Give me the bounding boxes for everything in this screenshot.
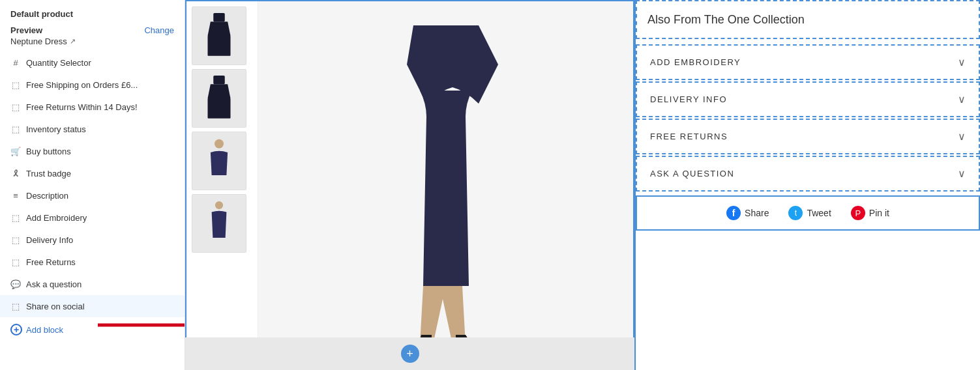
chat-icon: 💬 bbox=[10, 279, 21, 289]
svg-rect-2 bbox=[213, 13, 225, 21]
svg-rect-4 bbox=[213, 76, 225, 84]
accordion-free-returns[interactable]: FREE RETURNS ∨ bbox=[636, 119, 980, 154]
add-section-button[interactable]: + bbox=[401, 345, 419, 363]
also-from-title: Also From The One Collection bbox=[647, 13, 805, 27]
svg-rect-3 bbox=[208, 36, 231, 56]
accordion-ask-question-label: ASK A QUESTION bbox=[650, 169, 734, 178]
sidebar-item-quantity-selector[interactable]: # Quantity Selector bbox=[0, 51, 185, 74]
accordion-delivery-info[interactable]: DELIVERY INFO ∨ bbox=[636, 81, 980, 117]
svg-rect-5 bbox=[208, 98, 231, 119]
share-dashed-icon: ⬚ bbox=[10, 301, 21, 311]
share-button[interactable]: f Share bbox=[726, 206, 769, 220]
grid-icon: # bbox=[10, 57, 21, 68]
sidebar-item-free-returns[interactable]: ⬚ Free Returns Within 14 Days! bbox=[0, 96, 185, 118]
sidebar-item-inventory-status[interactable]: ⬚ Inventory status bbox=[0, 118, 185, 140]
dress-svg bbox=[322, 25, 570, 345]
sidebar-item-free-returns2[interactable]: ⬚ Free Returns bbox=[0, 251, 185, 273]
sidebar-item-add-embroidery[interactable]: ⬚ Add Embroidery bbox=[0, 206, 185, 229]
sidebar-header: Default product bbox=[0, 0, 185, 21]
pin-label: Pin it bbox=[869, 208, 889, 218]
sidebar-title: Default product bbox=[10, 9, 174, 19]
pinterest-icon: P bbox=[851, 206, 865, 220]
twitter-icon: t bbox=[788, 206, 803, 220]
share-label: Share bbox=[745, 208, 769, 218]
tweet-label: Tweet bbox=[807, 208, 831, 218]
dashed-box-icon2: ⬚ bbox=[10, 102, 21, 112]
external-link-icon[interactable]: ↗ bbox=[70, 37, 76, 46]
ribbon-icon: 🎗 bbox=[10, 168, 21, 178]
facebook-icon: f bbox=[726, 206, 741, 220]
chevron-down-icon-2: ∨ bbox=[958, 93, 966, 106]
bottom-bar: + bbox=[185, 337, 634, 370]
dashed-box-icon6: ⬚ bbox=[10, 257, 21, 267]
dashed-box-icon3: ⬚ bbox=[10, 124, 21, 134]
add-block-icon: + bbox=[10, 324, 22, 335]
main-content: + bbox=[185, 0, 634, 370]
red-arrow-right bbox=[634, 197, 637, 229]
preview-label: Preview bbox=[10, 25, 42, 35]
sidebar: Default product Preview Change Neptune D… bbox=[0, 0, 185, 370]
add-block-row[interactable]: + Add block bbox=[0, 317, 185, 342]
sidebar-preview-row: Preview Change bbox=[0, 21, 185, 36]
chevron-down-icon-3: ∨ bbox=[958, 130, 966, 143]
dashed-box-icon5: ⬚ bbox=[10, 235, 21, 245]
thumbnail-1[interactable] bbox=[192, 7, 246, 65]
social-share-bar[interactable]: f Share t Tweet P Pin it bbox=[636, 195, 980, 231]
chevron-down-icon-1: ∨ bbox=[958, 56, 966, 68]
svg-point-7 bbox=[215, 201, 223, 209]
pin-button[interactable]: P Pin it bbox=[851, 206, 889, 220]
accordion-free-returns-label: FREE RETURNS bbox=[650, 132, 728, 141]
accordion-delivery-info-label: DELIVERY INFO bbox=[650, 94, 727, 104]
sidebar-item-share-on-social[interactable]: ⬚ Share on social bbox=[0, 295, 185, 317]
chevron-down-icon-4: ∨ bbox=[958, 167, 966, 180]
dashed-box-icon4: ⬚ bbox=[10, 212, 21, 223]
thumbnail-3[interactable] bbox=[192, 132, 246, 190]
thumbnail-2[interactable] bbox=[192, 69, 246, 128]
add-block-label: Add block bbox=[26, 325, 63, 335]
product-preview bbox=[185, 0, 634, 370]
thumbnail-person-4 bbox=[203, 201, 235, 246]
right-panel: Also From The One Collection ADD EMBROID… bbox=[634, 0, 980, 370]
sidebar-scrollable: # Quantity Selector ⬚ Free Shipping on O… bbox=[0, 51, 185, 370]
accordion-add-embroidery[interactable]: ADD EMBROIDERY ∨ bbox=[636, 44, 980, 80]
change-link[interactable]: Change bbox=[144, 25, 174, 35]
thumbnail-person-3 bbox=[203, 138, 235, 184]
tweet-button[interactable]: t Tweet bbox=[788, 206, 831, 220]
accordion-add-embroidery-label: ADD EMBROIDERY bbox=[650, 57, 741, 67]
dress-main-image bbox=[258, 1, 633, 369]
product-name-row: Neptune Dress ↗ bbox=[0, 36, 185, 51]
sidebar-item-ask-question[interactable]: 💬 Ask a question bbox=[0, 273, 185, 295]
cart-icon: 🛒 bbox=[10, 146, 21, 156]
sidebar-item-buy-buttons[interactable]: 🛒 Buy buttons bbox=[0, 140, 185, 162]
svg-point-6 bbox=[215, 139, 224, 149]
also-from-section[interactable]: Also From The One Collection bbox=[636, 0, 980, 39]
dashed-box-icon: ⬚ bbox=[10, 79, 21, 90]
sidebar-item-delivery-info[interactable]: ⬚ Delivery Info bbox=[0, 229, 185, 251]
product-name: Neptune Dress bbox=[10, 36, 67, 46]
sidebar-item-free-shipping[interactable]: ⬚ Free Shipping on Orders £6... bbox=[0, 74, 185, 96]
accordion-ask-question[interactable]: ASK A QUESTION ∨ bbox=[636, 156, 980, 192]
lines-icon: ≡ bbox=[10, 190, 21, 201]
thumbnail-4[interactable] bbox=[192, 194, 246, 253]
thumbnail-dress-2 bbox=[203, 76, 235, 121]
sidebar-item-trust-badge[interactable]: 🎗 Trust badge bbox=[0, 162, 185, 184]
thumbnail-dress-1 bbox=[203, 13, 235, 59]
product-thumbnails bbox=[186, 1, 258, 369]
sidebar-item-description[interactable]: ≡ Description bbox=[0, 184, 185, 206]
